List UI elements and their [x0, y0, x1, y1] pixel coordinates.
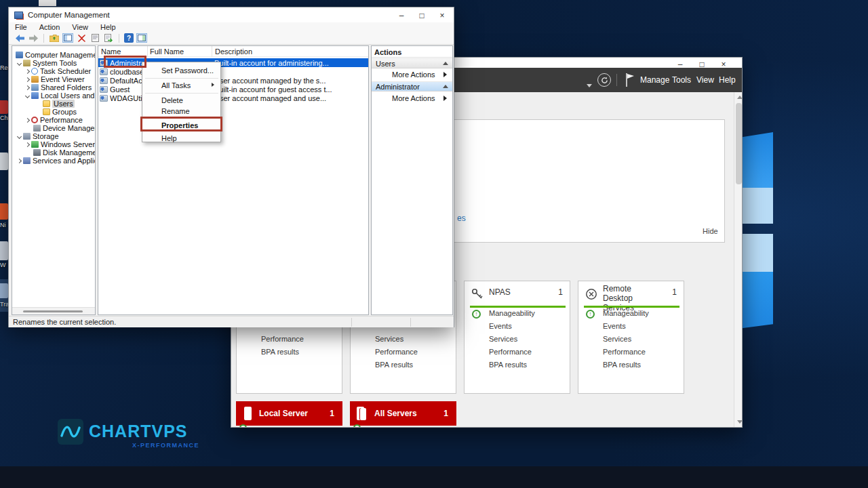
desktop-shortcut-icon[interactable] [0, 241, 8, 260]
tile-item[interactable]: Performance [375, 348, 418, 356]
tile-item[interactable]: Manageability [489, 309, 535, 317]
tree-item-storage[interactable]: Storage [12, 132, 95, 140]
sm-vertical-scrollbar[interactable] [734, 92, 743, 428]
administrator-more-actions[interactable]: More Actions [372, 93, 452, 103]
tree-item-disk-management[interactable]: Disk Management [12, 148, 95, 157]
chevron-up-icon[interactable] [443, 62, 448, 65]
server-icon [244, 407, 252, 420]
list-row-guest[interactable]: Guest Built-in account for guest access … [98, 85, 368, 94]
tile-item[interactable]: Events [603, 322, 626, 330]
menu-file[interactable]: File [9, 22, 33, 32]
export-list-icon[interactable] [103, 33, 114, 43]
chevron-collapsed-icon[interactable] [24, 117, 31, 123]
manage-flag-icon[interactable] [625, 73, 635, 90]
chevron-up-icon[interactable] [443, 85, 448, 88]
chevron-collapsed-icon[interactable] [24, 142, 31, 148]
cm-close-button[interactable]: × [432, 9, 452, 21]
tile-item[interactable]: Services [375, 335, 403, 343]
tile-item[interactable]: Manageability [603, 309, 649, 317]
tile-item[interactable]: Services [489, 335, 517, 343]
back-icon[interactable] [14, 33, 25, 43]
tree-item-groups[interactable]: Groups [12, 108, 95, 116]
list-row-cloudbase-init[interactable]: cloudbase-init [98, 67, 368, 76]
cm-minimize-button[interactable]: – [391, 9, 412, 21]
list-row-defaultaccount[interactable]: DefaultAcco... User account managed by t… [98, 76, 368, 85]
actions-group-users[interactable]: Users [372, 58, 452, 68]
users-more-actions[interactable]: More Actions [372, 69, 452, 79]
column-separator[interactable] [212, 46, 212, 57]
desktop-shortcut-icon[interactable] [0, 100, 8, 114]
menu-item-all-tasks[interactable]: All Tasks [143, 80, 220, 91]
tree-item-users[interactable]: Users [12, 100, 95, 108]
tree-horizontal-scrollbar[interactable] [12, 307, 95, 314]
chevron-collapsed-icon[interactable] [24, 85, 31, 91]
tile-item[interactable]: BPA results [375, 361, 413, 369]
column-header-description[interactable]: Description [215, 47, 252, 56]
tile-item[interactable]: Events [489, 322, 512, 330]
dashboard-tile-rds[interactable]: Remote Desktop Services 1 ↑ Manageabilit… [578, 281, 684, 394]
menu-view[interactable]: View [66, 22, 94, 32]
column-header-full-name[interactable]: Full Name [150, 47, 184, 56]
menu-help[interactable]: Help [94, 22, 122, 32]
cm-titlebar[interactable]: Computer Management – □ × [9, 7, 454, 22]
chevron-expanded-icon[interactable] [16, 60, 22, 66]
chevron-collapsed-icon[interactable] [24, 77, 31, 83]
desktop-shortcut-icon[interactable] [0, 203, 8, 220]
actions-group-administrator[interactable]: Administrator [372, 81, 452, 92]
scroll-up-icon[interactable] [737, 96, 743, 99]
all-servers-tile[interactable]: All Servers 1 [350, 401, 456, 426]
welcome-link-fragment[interactable]: es [457, 214, 466, 223]
column-separator[interactable] [147, 46, 148, 57]
chevron-expanded-icon[interactable] [24, 93, 31, 99]
help-icon[interactable]: ? [124, 33, 134, 43]
chevron-expanded-icon[interactable] [16, 134, 22, 140]
menu-item-help[interactable]: Help [143, 133, 220, 144]
menu-item-set-password[interactable]: Set Password... [143, 65, 220, 76]
refresh-icon[interactable] [597, 73, 611, 87]
tree-item-windows-server-backup[interactable]: Windows Server Backup [12, 140, 95, 148]
list-row-wdagutility[interactable]: WDAGUtility... User account managed and … [98, 94, 368, 102]
sm-menu-help[interactable]: Help [719, 68, 736, 92]
menu-item-delete[interactable]: Delete [143, 95, 220, 106]
chevron-collapsed-icon[interactable] [16, 158, 22, 164]
forward-icon[interactable] [28, 33, 39, 43]
tree-item-task-scheduler[interactable]: Task Scheduler [12, 67, 95, 75]
tree-item-services-and-applications[interactable]: Services and Applications [12, 157, 95, 165]
hide-link[interactable]: Hide [703, 227, 718, 235]
divider [372, 57, 452, 58]
scrollbar-thumb[interactable] [23, 310, 83, 312]
sm-menu-tools[interactable]: Tools [672, 68, 691, 92]
tree-item-device-manager[interactable]: Device Manager [12, 124, 95, 132]
menu-action[interactable]: Action [33, 22, 66, 32]
cm-maximize-button[interactable]: □ [412, 9, 432, 21]
tree-item-event-viewer[interactable]: Event Viewer [12, 75, 95, 83]
tile-item[interactable]: Performance [261, 335, 304, 343]
notifications-dropdown-icon[interactable] [587, 84, 592, 87]
local-server-tile[interactable]: Local Server 1 [236, 401, 342, 426]
tree-item-system-tools[interactable]: System Tools [12, 59, 95, 67]
desktop-shortcut-icon[interactable] [0, 152, 8, 170]
sm-menu-view[interactable]: View [696, 68, 714, 92]
up-folder-icon[interactable] [49, 33, 60, 43]
tree-item-performance[interactable]: Performance [12, 116, 95, 124]
sm-menu-manage[interactable]: Manage [640, 68, 669, 92]
tree-item-local-users-and-groups[interactable]: Local Users and Groups [12, 92, 95, 100]
column-header-name[interactable]: Name [101, 47, 121, 56]
tile-item[interactable]: BPA results [261, 348, 299, 356]
tree-item-shared-folders[interactable]: Shared Folders [12, 83, 95, 92]
properties-sheet-icon[interactable] [90, 33, 100, 43]
scroll-down-icon[interactable] [737, 420, 743, 424]
console-tree-toggle-icon[interactable] [62, 33, 73, 43]
show-action-pane-icon[interactable] [136, 33, 147, 43]
dashboard-tile-npas[interactable]: NPAS 1 ↑ Manageability Events Services P… [464, 281, 570, 394]
tile-item[interactable]: Performance [489, 348, 532, 356]
menu-item-rename[interactable]: Rename [143, 106, 220, 117]
chevron-collapsed-icon[interactable] [24, 68, 31, 75]
tile-item[interactable]: BPA results [603, 361, 641, 369]
tile-item[interactable]: Services [603, 335, 631, 343]
tile-item[interactable]: Performance [603, 348, 646, 356]
delete-icon[interactable] [76, 33, 87, 43]
tile-item[interactable]: BPA results [489, 361, 527, 369]
scrollbar-thumb[interactable] [736, 103, 742, 184]
tree-item-computer-management[interactable]: Computer Management (Local [12, 51, 95, 59]
